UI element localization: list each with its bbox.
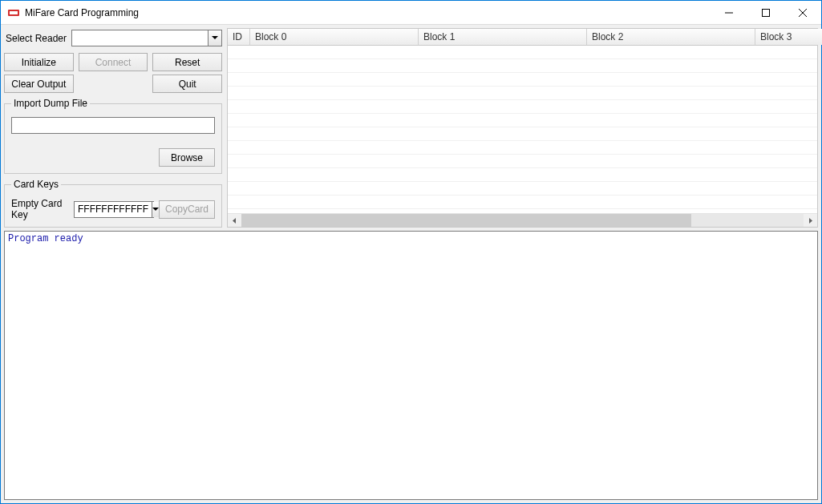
import-dump-legend: Import Dump File xyxy=(11,98,90,109)
button-row-1: Initialize Connect Reset xyxy=(4,53,222,71)
table-row xyxy=(228,141,817,155)
grid-column-header[interactable]: ID xyxy=(228,29,250,45)
client-area: Select Reader Initialize Connect Reset C… xyxy=(1,25,821,503)
window-title: MiFare Card Programming xyxy=(25,7,139,18)
left-panel: Select Reader Initialize Connect Reset C… xyxy=(4,28,222,228)
empty-card-key-combo[interactable]: FFFFFFFFFFFF xyxy=(74,201,154,218)
output-log[interactable]: Program ready xyxy=(4,231,818,500)
minimize-button[interactable] xyxy=(711,1,747,24)
chevron-down-icon xyxy=(208,30,221,46)
app-window: MiFare Card Programming Select Reader xyxy=(0,0,822,504)
reader-row: Select Reader xyxy=(4,28,222,50)
scroll-right-icon[interactable] xyxy=(804,214,817,228)
window-controls xyxy=(711,1,821,24)
table-row xyxy=(228,87,817,100)
table-row xyxy=(228,127,817,141)
table-row xyxy=(228,59,817,73)
reader-combo[interactable] xyxy=(71,30,222,46)
import-dump-group: Import Dump File Browse xyxy=(4,98,222,174)
select-reader-label: Select Reader xyxy=(6,33,67,44)
table-row xyxy=(228,168,817,182)
table-row xyxy=(228,73,817,87)
svg-rect-3 xyxy=(763,9,770,16)
chevron-down-icon xyxy=(152,202,159,217)
clear-output-button[interactable]: Clear Output xyxy=(4,75,74,93)
table-row xyxy=(228,46,817,59)
table-row xyxy=(228,100,817,114)
scrollbar-track[interactable] xyxy=(241,214,804,227)
reset-button[interactable]: Reset xyxy=(152,53,222,71)
data-grid: IDBlock 0Block 1Block 2Block 3 xyxy=(227,28,818,228)
grid-column-header[interactable]: Block 2 xyxy=(587,29,755,45)
horizontal-scrollbar[interactable] xyxy=(228,213,817,227)
table-row xyxy=(228,182,817,196)
scroll-left-icon[interactable] xyxy=(228,214,241,228)
upper-pane: Select Reader Initialize Connect Reset C… xyxy=(4,28,818,228)
copycard-button[interactable]: CopyCard xyxy=(159,200,215,219)
connect-button[interactable]: Connect xyxy=(79,53,148,71)
empty-card-key-value: FFFFFFFFFFFF xyxy=(75,204,152,215)
quit-button[interactable]: Quit xyxy=(152,75,222,93)
app-icon xyxy=(7,6,20,19)
grid-column-header[interactable]: Block 1 xyxy=(419,29,587,45)
scrollbar-thumb[interactable] xyxy=(241,214,691,227)
import-path-input[interactable] xyxy=(11,117,215,134)
grid-header: IDBlock 0Block 1Block 2Block 3 xyxy=(228,29,817,46)
initialize-button[interactable]: Initialize xyxy=(4,53,74,71)
card-keys-group: Card Keys Empty Card Key FFFFFFFFFFFF Co… xyxy=(4,179,222,228)
table-row xyxy=(228,114,817,127)
empty-card-key-label: Empty Card Key xyxy=(11,198,69,220)
close-button[interactable] xyxy=(784,1,821,24)
browse-button[interactable]: Browse xyxy=(159,148,215,167)
svg-rect-1 xyxy=(10,11,18,14)
grid-column-header[interactable]: Block 0 xyxy=(250,29,419,45)
table-row xyxy=(228,196,817,209)
grid-body[interactable] xyxy=(228,46,817,213)
table-row xyxy=(228,155,817,168)
maximize-button[interactable] xyxy=(747,1,784,24)
card-keys-legend: Card Keys xyxy=(11,179,61,190)
button-row-2: Clear Output Quit xyxy=(4,75,222,93)
grid-column-header[interactable]: Block 3 xyxy=(755,29,822,45)
titlebar: MiFare Card Programming xyxy=(1,1,821,25)
table-row xyxy=(228,209,817,213)
